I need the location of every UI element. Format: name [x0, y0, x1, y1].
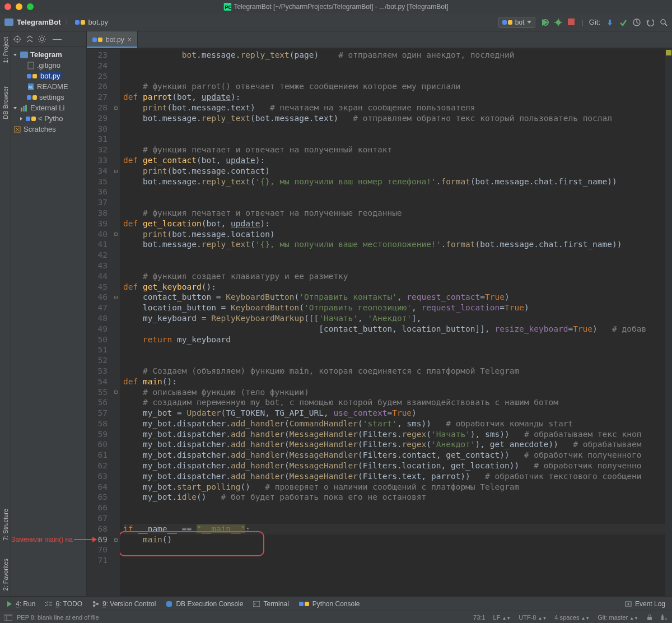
- window-title: PC TelegramBot [~/PycharmProjects/Telegr…: [223, 3, 448, 11]
- tree-gitignore[interactable]: .gitigno: [11, 60, 86, 71]
- indent-setting[interactable]: 4 spaces ▲▼: [554, 614, 590, 621]
- editor[interactable]: 2324252627282930313233343536373839404142…: [87, 49, 672, 596]
- svg-point-12: [17, 38, 18, 40]
- status-message: PEP 8: blank line at end of file: [17, 614, 99, 621]
- search-icon[interactable]: [660, 18, 668, 26]
- svg-text:M↓: M↓: [29, 85, 34, 89]
- chevron-down-icon: [527, 21, 531, 24]
- toolbar-right: bot | Git:: [498, 17, 668, 28]
- breadcrumb-file[interactable]: bot.py: [88, 18, 108, 26]
- svg-rect-22: [23, 106, 25, 111]
- stop-icon[interactable]: [568, 18, 576, 26]
- minimize-toolwindow-icon[interactable]: —: [53, 34, 62, 44]
- bottom-toolbar: 4: Run 6: TODO 9: Version Control DB Exe…: [0, 596, 672, 611]
- folder-icon: [4, 18, 13, 26]
- svg-text:PC: PC: [225, 4, 231, 10]
- svg-rect-37: [647, 617, 652, 620]
- warning-marker[interactable]: [666, 50, 671, 55]
- window-controls: [4, 3, 34, 10]
- git-branch[interactable]: Git: master ▲▼: [598, 614, 638, 621]
- run-icon[interactable]: [541, 18, 549, 26]
- git-commit-icon[interactable]: [619, 18, 627, 26]
- editor-tab-botpy[interactable]: bot.py ×: [87, 31, 138, 48]
- svg-rect-18: [28, 62, 34, 69]
- history-icon[interactable]: [633, 18, 641, 26]
- navbar: TelegramBot 〉 bot.py bot | Git:: [0, 13, 672, 31]
- git-update-icon[interactable]: [606, 18, 614, 26]
- toolwindows-icon[interactable]: [4, 614, 12, 621]
- debug-icon[interactable]: [554, 18, 562, 26]
- toolwindow-terminal[interactable]: Terminal: [253, 600, 288, 608]
- editor-tabs: bot.py ×: [87, 31, 672, 48]
- svg-point-9: [661, 20, 665, 24]
- tree-root[interactable]: Telegram: [11, 49, 86, 60]
- line-number-gutter[interactable]: 2324252627282930313233343536373839404142…: [87, 49, 112, 596]
- toolwindow-db[interactable]: DB Execution Console: [166, 600, 243, 608]
- tree-python[interactable]: < Pytho: [11, 113, 86, 124]
- toolwindow-vc[interactable]: 9: Version Control: [92, 600, 156, 608]
- git-label: Git:: [589, 18, 600, 26]
- project-tree[interactable]: Telegram .gitigno bot.py M↓README settin…: [11, 47, 86, 137]
- left-tool-gutter: 1: Project DB Browser 7: Structure 2: Fa…: [0, 31, 11, 596]
- toolwindow-tab-favorites[interactable]: 2: Favorites: [2, 555, 9, 594]
- minimize-icon[interactable]: [16, 3, 22, 10]
- tree-scratch[interactable]: Scratches: [11, 124, 86, 134]
- close-tab-icon[interactable]: ×: [128, 36, 132, 44]
- error-stripe[interactable]: [665, 49, 672, 596]
- python-file-icon: [75, 20, 85, 25]
- file-encoding[interactable]: UTF-8 ▲▼: [519, 614, 547, 621]
- svg-point-39: [662, 614, 664, 616]
- project-panel-toolbar: —: [11, 31, 86, 47]
- toolwindow-pyconsole[interactable]: Python Console: [299, 600, 360, 608]
- collapse-all-icon[interactable]: [26, 35, 34, 43]
- svg-rect-38: [661, 616, 664, 620]
- svg-rect-21: [21, 108, 22, 111]
- locate-icon[interactable]: [13, 35, 21, 43]
- svg-point-33: [627, 603, 629, 605]
- breadcrumb[interactable]: TelegramBot 〉 bot.py: [4, 17, 108, 27]
- svg-rect-23: [25, 105, 27, 111]
- svg-rect-31: [253, 601, 260, 607]
- toolwindow-run[interactable]: 4: Run: [7, 600, 35, 608]
- close-icon[interactable]: [4, 3, 11, 10]
- line-separator[interactable]: LF ▲▼: [493, 614, 511, 621]
- maximize-icon[interactable]: [27, 3, 34, 10]
- svg-line-10: [665, 24, 667, 26]
- pycharm-icon: PC: [223, 3, 231, 11]
- toolwindow-tab-project[interactable]: 1: Project: [2, 34, 9, 66]
- svg-rect-7: [568, 18, 575, 25]
- inspector-icon[interactable]: [661, 614, 668, 621]
- toolwindow-todo[interactable]: 6: TODO: [45, 600, 82, 608]
- svg-rect-34: [4, 614, 12, 621]
- gear-icon[interactable]: [38, 35, 46, 43]
- tree-settings[interactable]: settings: [11, 92, 86, 103]
- titlebar: PC TelegramBot [~/PycharmProjects/Telegr…: [0, 0, 672, 13]
- project-panel: — Telegram .gitigno bot.py M↓README sett…: [11, 31, 87, 596]
- tree-botpy[interactable]: bot.py: [11, 71, 86, 81]
- fold-gutter[interactable]: ⊟⊟⊟⊟⊟⊟: [112, 49, 120, 596]
- annotation-label: Заменили main() на: [11, 536, 96, 543]
- status-bar: PEP 8: blank line at end of file 73:1 LF…: [0, 611, 672, 623]
- event-log[interactable]: Event Log: [625, 600, 665, 608]
- toolwindow-tab-dbbrowser[interactable]: DB Browser: [2, 83, 9, 123]
- tree-readme[interactable]: M↓README: [11, 81, 86, 92]
- toolwindow-tab-structure[interactable]: 7: Structure: [2, 505, 9, 544]
- svg-point-2: [556, 20, 561, 25]
- caret-position[interactable]: 73:1: [473, 614, 485, 621]
- revert-icon[interactable]: [646, 18, 654, 26]
- breadcrumb-project[interactable]: TelegramBot: [17, 18, 61, 26]
- annotation-box: [120, 531, 264, 557]
- svg-point-17: [40, 38, 44, 41]
- run-configuration-selector[interactable]: bot: [498, 17, 536, 28]
- lock-icon[interactable]: [646, 614, 653, 621]
- code-area[interactable]: bot.message.reply_text(page) # отправляе…: [120, 49, 665, 596]
- tree-external[interactable]: External Li: [11, 103, 86, 113]
